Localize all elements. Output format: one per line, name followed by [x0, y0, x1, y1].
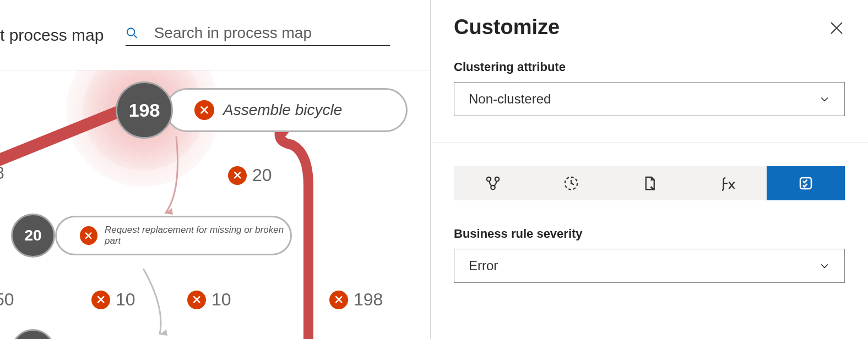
edge-stat: 8: [0, 163, 4, 183]
stat-value: 10: [116, 289, 135, 310]
tab-file[interactable]: [610, 166, 688, 200]
node-count-badge: 20: [11, 214, 55, 258]
stat-value: 8: [0, 163, 4, 183]
stat-value: 10: [211, 289, 231, 310]
process-map-canvas[interactable]: Assemble bicycle 198 Request replacement…: [0, 70, 430, 339]
edge-stat: 10: [187, 289, 231, 310]
error-icon: [187, 291, 206, 309]
stat-value: 20: [252, 165, 272, 185]
page-title-fragment: t process map: [0, 26, 104, 45]
severity-label: Business rule severity: [454, 227, 845, 241]
tab-branch[interactable]: [454, 166, 532, 200]
node-count-badge: 198: [116, 81, 173, 139]
error-icon: [91, 291, 110, 309]
svg-point-0: [127, 28, 135, 36]
tab-checklist[interactable]: [767, 166, 845, 200]
error-icon: [80, 226, 97, 245]
node-count-badge: [11, 329, 55, 339]
severity-dropdown[interactable]: Error: [454, 249, 845, 283]
process-map-pane: t process map: [0, 0, 431, 339]
tab-time[interactable]: [532, 166, 610, 200]
clustering-label: Clustering attribute: [454, 60, 845, 74]
edge-stat: 10: [91, 289, 135, 310]
clustering-dropdown[interactable]: Non-clustered: [454, 82, 845, 116]
metric-tabstrip: [454, 166, 845, 200]
error-icon: [228, 166, 247, 185]
node-label: Request replacement for missing or broke…: [105, 225, 290, 247]
svg-line-1: [134, 34, 137, 37]
node-count: 20: [24, 227, 41, 244]
panel-divider: [431, 143, 868, 143]
dropdown-value: Non-clustered: [469, 91, 551, 107]
stat-value: 50: [0, 289, 14, 310]
svg-rect-9: [800, 178, 811, 189]
edge-stat: 50: [0, 289, 14, 310]
error-icon: [194, 100, 214, 120]
edge-stat: 20: [228, 165, 272, 185]
customize-panel: Customize Clustering attribute Non-clust…: [431, 0, 868, 339]
svg-marker-2: [165, 208, 173, 215]
error-icon: [329, 291, 348, 309]
process-node-assemble[interactable]: Assemble bicycle: [165, 88, 408, 132]
edge-stat: 198: [329, 289, 383, 310]
svg-marker-3: [160, 329, 167, 336]
svg-point-6: [495, 177, 500, 182]
search-field[interactable]: [126, 24, 390, 46]
map-header: t process map: [0, 0, 430, 70]
node-count: 198: [129, 100, 160, 121]
search-input[interactable]: [154, 24, 390, 42]
close-button[interactable]: [828, 20, 845, 36]
panel-title: Customize: [454, 15, 845, 39]
dropdown-value: Error: [469, 258, 498, 274]
node-label: Assemble bicycle: [223, 101, 342, 119]
svg-point-5: [487, 177, 491, 182]
chevron-down-icon: [819, 260, 830, 271]
chevron-down-icon: [819, 94, 830, 105]
search-icon: [126, 26, 138, 40]
process-node-request[interactable]: Request replacement for missing or broke…: [55, 216, 292, 255]
stat-value: 198: [354, 289, 383, 310]
tab-formula[interactable]: [688, 166, 767, 200]
